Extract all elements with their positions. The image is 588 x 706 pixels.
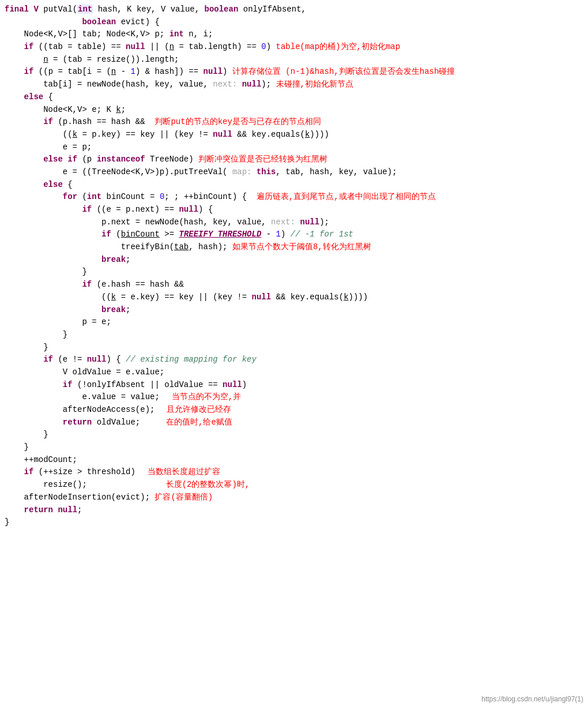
code-line-32: e.value = value; 当节点的不为空,并 xyxy=(5,391,586,404)
code-line-13: else if (p instanceof TreeNode) 判断冲突位置是否… xyxy=(5,153,586,166)
code-line-26: p = e; xyxy=(5,316,586,329)
code-line-6: if ((p = tab[i = (n - 1) & hash]) == nul… xyxy=(5,66,586,78)
code-editor: final V putVal(int hash, K key, V value,… xyxy=(0,0,588,706)
code-line-28: } xyxy=(5,341,586,354)
code-line-31: if (!onlyIfAbsent || oldValue == null) xyxy=(5,379,586,392)
code-line-41: return null; xyxy=(5,504,586,517)
code-line-3: Node<K,V>[] tab; Node<K,V> p; int n, i; xyxy=(5,28,586,41)
code-line-4: if ((tab = table) == null || (n = tab.le… xyxy=(5,41,586,54)
code-line-17: if ((e = p.next) == null) { xyxy=(5,204,586,216)
code-line-25: break; xyxy=(5,304,586,317)
code-line-12: e = p; xyxy=(5,141,586,154)
code-line-33: afterNodeAccess(e); 且允许修改已经存 xyxy=(5,404,586,416)
code-line-16: for (int binCount = 0; ; ++binCount) { 遍… xyxy=(5,191,586,204)
footer-url: https://blog.csdn.net/u/jiangl97(1) xyxy=(481,694,583,705)
code-line-5: n = (tab = resize()).length; xyxy=(5,54,586,66)
code-line-8: else { xyxy=(5,91,586,104)
code-line-19: if (binCount >= TREEIFY_THRESHOLD - 1) /… xyxy=(5,228,586,241)
code-line-35: } xyxy=(5,429,586,441)
code-line-40: afterNodeInsertion(evict); 扩容(容量翻倍) xyxy=(5,491,586,504)
code-line-39: resize(); 长度(2的整数次幂)时, xyxy=(5,479,586,491)
code-line-24: ((k = e.key) == key || (key != null && k… xyxy=(5,291,586,304)
code-line-2: boolean evict) { xyxy=(5,16,586,29)
code-line-23: if (e.hash == hash && xyxy=(5,279,586,291)
code-line-36: } xyxy=(5,441,586,454)
code-line-14: e = ((TreeNode<K,V>)p).putTreeVal( map: … xyxy=(5,166,586,179)
code-line-22: } xyxy=(5,266,586,279)
code-line-7: tab[i] = newNode(hash, key, value, next:… xyxy=(5,78,586,91)
code-line-42: } xyxy=(5,516,586,529)
code-line-29: if (e != null) { // existing mapping for… xyxy=(5,354,586,366)
code-line-9: Node<K,V> e; K k; xyxy=(5,104,586,117)
code-line-1: final V putVal(int hash, K key, V value,… xyxy=(5,3,586,16)
code-line-21: break; xyxy=(5,254,586,266)
code-line-34: return oldValue; 在的值时,给e赋值 xyxy=(5,416,586,429)
code-line-20: treeifyBin(tab, hash); 如果节点个数大于阈值8,转化为红黑… xyxy=(5,241,586,254)
code-line-30: V oldValue = e.value; xyxy=(5,366,586,379)
code-line-15: else { xyxy=(5,179,586,191)
code-line-38: if (++size > threshold) 当数组长度超过扩容 xyxy=(5,466,586,479)
code-line-11: ((k = p.key) == key || (key != null && k… xyxy=(5,129,586,141)
code-line-37: ++modCount; xyxy=(5,454,586,467)
code-line-10: if (p.hash == hash && 判断put的节点的key是否与已存在… xyxy=(5,116,586,129)
code-line-27: } xyxy=(5,329,586,341)
code-line-18: p.next = newNode(hash, key, value, next:… xyxy=(5,216,586,229)
